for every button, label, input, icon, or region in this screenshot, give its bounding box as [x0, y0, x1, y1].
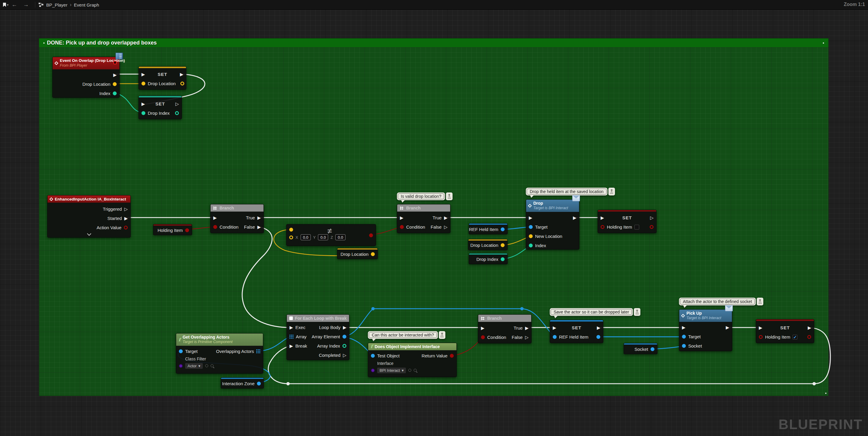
bubble-pin-button[interactable]: [439, 331, 445, 339]
exec-out-pin[interactable]: ▷: [650, 215, 654, 220]
drop-location-pin[interactable]: [113, 82, 117, 86]
class-filter-dropdown[interactable]: Actor▾: [185, 363, 203, 369]
true-exec-pin[interactable]: ▶: [444, 215, 447, 220]
get-overlapping-actors-node[interactable]: f Get Overlapping Actors Target is Primi…: [176, 333, 263, 373]
does-object-implement-interface-node[interactable]: f Does Object Implement Interface Test O…: [368, 343, 457, 377]
condition-pin[interactable]: [213, 225, 217, 229]
drop-location-out-pin[interactable]: [180, 81, 184, 86]
exec-in-pin[interactable]: ▶: [553, 326, 556, 330]
get-interaction-zone-node[interactable]: Interaction Zone: [221, 377, 264, 389]
set-ref-held-item-node[interactable]: ▶SET▶ REF Held Item: [550, 320, 603, 343]
get-drop-location-mid-node[interactable]: Drop Location: [337, 248, 378, 259]
exec-in-pin[interactable]: ▶: [682, 325, 686, 330]
drop-node[interactable]: Drop Target is BPI Interact ▶▶ Target Ne…: [526, 199, 579, 249]
exec-in-pin[interactable]: ▶: [213, 215, 217, 220]
interface-pin[interactable]: [371, 368, 375, 372]
interface-dropdown[interactable]: BPI Interact▾: [377, 368, 406, 373]
z-input[interactable]: 0.0: [335, 234, 345, 240]
bubble-pin-button[interactable]: [446, 193, 453, 200]
set-holding-item-false-node[interactable]: ▶SET▷ Holding Item: [598, 210, 656, 233]
drop-index-in-pin[interactable]: [142, 111, 145, 115]
ref-held-item-in-pin[interactable]: [553, 335, 557, 339]
exec-in-pin[interactable]: ▶: [142, 102, 145, 106]
vector-b-pin[interactable]: [289, 235, 293, 239]
socket-pin[interactable]: [682, 344, 686, 348]
enhanced-input-action-node[interactable]: EnhancedInputAction IA_BoxInteract Trigg…: [47, 195, 131, 238]
vector-a-pin[interactable]: [289, 228, 293, 232]
browse-icon[interactable]: [211, 364, 214, 367]
exec-out-pin[interactable]: ▶: [808, 326, 811, 330]
class-filter-pin[interactable]: [179, 364, 183, 368]
breadcrumb-graph[interactable]: Event Graph: [74, 2, 99, 7]
drop-location-in-pin[interactable]: [142, 81, 145, 86]
exec-out-pin[interactable]: ▶: [113, 73, 117, 77]
bookmark-icon[interactable]: [3, 3, 6, 7]
bubble-pin-button[interactable]: [609, 188, 615, 195]
forward-arrow-icon[interactable]: →: [23, 1, 29, 8]
overlapping-actors-out-pin[interactable]: [256, 349, 260, 353]
holding-item-checkbox[interactable]: [634, 225, 639, 230]
bubble-pin-button[interactable]: [634, 308, 640, 316]
exec-in-pin[interactable]: ▶: [529, 215, 532, 220]
exec-in-pin[interactable]: ▶: [289, 325, 293, 330]
expand-chevron-icon[interactable]: [87, 232, 91, 236]
set-drop-index-node[interactable]: ▶SET▷ Drop Index: [138, 96, 182, 119]
false-exec-pin[interactable]: ▷: [444, 225, 447, 229]
result-pin[interactable]: [369, 233, 373, 237]
event-on-overlap-node[interactable]: Event On Overlap (Drop Location) From BP…: [52, 57, 120, 98]
exec-out-pin[interactable]: ▶: [725, 325, 729, 330]
index-pin[interactable]: [113, 92, 117, 95]
set-holding-item-true-node[interactable]: ▶SET▶ Holding Item✓: [756, 319, 814, 343]
true-exec-pin[interactable]: ▶: [257, 215, 261, 220]
condition-pin[interactable]: [400, 225, 404, 229]
pick-up-node[interactable]: Pick Up Target is BPI Interact ▶▶ Target…: [679, 309, 732, 351]
target-pin[interactable]: [529, 225, 533, 229]
drop-location-out-pin[interactable]: [501, 243, 504, 247]
foreach-loop-node[interactable]: For Each Loop with Break ▶Exec Array ▶Br…: [286, 314, 349, 360]
return-value-pin[interactable]: [450, 354, 454, 358]
ref-held-item-out-pin[interactable]: [596, 335, 600, 339]
exec-out-pin[interactable]: ▶: [573, 215, 577, 220]
exec-in-pin[interactable]: ▶: [400, 215, 403, 220]
true-exec-pin[interactable]: ▶: [525, 326, 529, 330]
use-selected-icon[interactable]: [408, 369, 411, 372]
array-pin[interactable]: [289, 335, 293, 339]
holding-item-out-pin[interactable]: [185, 228, 189, 232]
drop-location-out-pin[interactable]: [371, 252, 375, 256]
branch-node-1[interactable]: Branch ▶True▶ ConditionFalse▶: [210, 204, 264, 233]
y-input[interactable]: 0.0: [318, 234, 328, 240]
array-element-pin[interactable]: [342, 335, 346, 339]
condition-pin[interactable]: [481, 335, 485, 339]
target-pin[interactable]: [682, 335, 686, 339]
breadcrumb-asset[interactable]: BP_Player: [46, 2, 68, 7]
exec-in-pin[interactable]: ▶: [481, 326, 485, 330]
holding-item-out-pin[interactable]: [807, 335, 811, 339]
break-exec-pin[interactable]: ▶: [289, 344, 293, 348]
completed-exec-pin[interactable]: ▷: [343, 353, 346, 358]
set-drop-location-node[interactable]: ▶SET▶ Drop Location: [138, 66, 186, 90]
bubble-pin-button[interactable]: [757, 298, 763, 305]
get-drop-index-node[interactable]: Drop Index: [469, 253, 507, 264]
test-object-pin[interactable]: [371, 354, 375, 358]
exec-in-pin[interactable]: ▶: [759, 326, 763, 330]
use-selected-icon[interactable]: [205, 364, 208, 367]
exec-in-pin[interactable]: ▶: [600, 215, 604, 220]
array-index-pin[interactable]: [342, 344, 346, 348]
browse-icon[interactable]: [414, 369, 417, 372]
exec-out-pin[interactable]: ▶: [180, 72, 183, 76]
new-location-pin[interactable]: [529, 234, 533, 238]
interaction-zone-out-pin[interactable]: [257, 381, 261, 385]
drop-index-out-pin[interactable]: [501, 257, 504, 261]
drop-index-out-pin[interactable]: [175, 111, 179, 115]
branch-node-3[interactable]: Branch ▶True▶ ConditionFalse▷: [478, 314, 531, 343]
exec-in-pin[interactable]: ▶: [142, 72, 145, 76]
ref-held-item-out-pin[interactable]: [501, 227, 504, 231]
action-value-pin[interactable]: [124, 226, 128, 230]
branch-node-2[interactable]: Branch ▶True▶ ConditionFalse▷: [397, 204, 451, 233]
get-holding-item-node[interactable]: Holding Item: [153, 224, 192, 235]
x-input[interactable]: 0.0: [301, 234, 311, 240]
loop-body-exec-pin[interactable]: ▶: [343, 325, 346, 330]
target-pin[interactable]: [179, 349, 183, 353]
holding-item-in-pin[interactable]: [759, 335, 763, 339]
get-ref-held-item-node[interactable]: REF Held Item: [469, 223, 507, 234]
